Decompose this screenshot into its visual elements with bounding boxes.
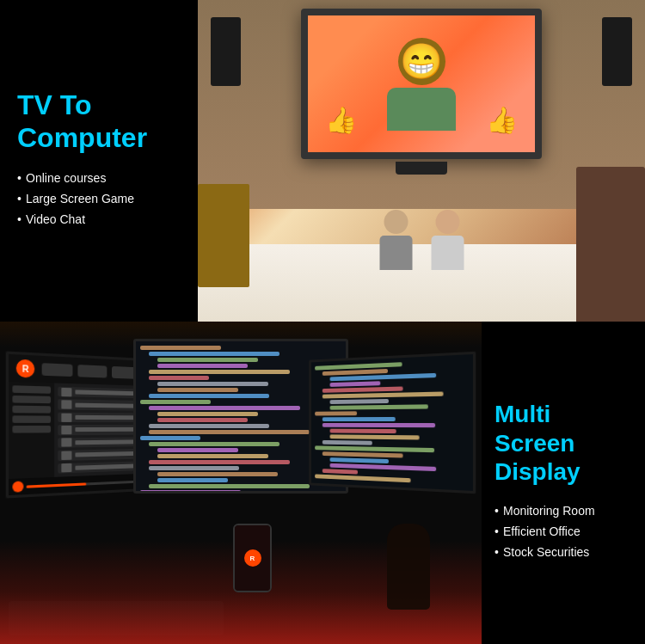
code-line-25 [140,490,241,494]
app-logo-icon: R [16,359,34,378]
code-line-12 [157,412,258,416]
thumb-5 [61,439,71,447]
rcode-line-5 [322,386,403,392]
code-line-4 [157,364,248,368]
code-line-7 [157,382,268,386]
nav-btn-2 [77,365,107,377]
code-line-22 [157,472,278,476]
code-line-10 [140,400,211,404]
child-body-2 [431,236,464,270]
speaker-right [602,17,632,86]
living-room-scene: 😁 👍 👍 [198,0,645,322]
code-line-5 [149,370,290,374]
child-body-1 [379,236,412,270]
bottom-bullet-list: Monitoring Room Efficient Office Stock S… [494,504,632,566]
phone: R [233,524,272,592]
children-area [372,210,471,279]
child-left [372,210,420,279]
person-silhouette [387,524,430,610]
speaker-left [211,17,241,86]
code-line-18 [157,448,238,452]
rcode-line-14 [322,440,372,445]
bottom-image-area: R [0,322,482,644]
main-container: TV To Computer Online courses Large Scre… [0,0,645,644]
rcode-line-1 [315,362,402,370]
tv: 😁 👍 👍 [301,9,542,159]
thumb-1 [61,388,71,397]
code-line-1 [140,346,221,350]
thumb-4 [61,426,71,434]
sidebar-block-5 [12,426,51,433]
bullet-item-2: Large Screen Game [17,192,181,205]
code-line-8 [157,388,238,392]
sidebar-block-3 [12,406,51,414]
tv-screen: 😁 👍 👍 [308,15,535,152]
nav-btn-1 [42,363,73,377]
monitor-right [309,352,476,494]
rcode-line-9 [315,411,357,415]
code-line-15 [149,430,310,434]
bottom-title: Multi Screen Display [494,400,632,487]
code-line-24 [149,484,310,488]
child-head-1 [384,210,408,234]
bottom-title-line1: Multi Screen [494,401,574,457]
code-line-3 [157,358,258,362]
sidebar-block-4 [12,415,51,423]
app-nav [42,363,140,379]
top-bullet-list: Online courses Large Screen Game Video C… [17,171,181,233]
thumbs-left-icon: 👍 [325,105,357,135]
monitor-scene: R [0,322,482,644]
thumb-2 [61,400,71,408]
code-line-6 [149,376,209,380]
rcode-line-12 [330,429,396,433]
child-head-2 [435,210,459,234]
thumbs-right-icon: 👍 [486,105,518,135]
top-section: TV To Computer Online courses Large Scre… [0,0,645,322]
top-text-panel: TV To Computer Online courses Large Scre… [0,0,198,322]
bottom-bullet-3: Stock Securities [494,545,632,559]
code-editor-right [311,354,473,490]
rcode-line-10 [322,417,396,421]
tv-stand [396,162,447,175]
top-image-area: 😁 👍 👍 [198,0,645,322]
bottom-text-panel: Multi Screen Display Monitoring Room Eff… [482,322,645,644]
title-line2: Computer [17,122,147,153]
right-furniture [576,167,645,322]
rcode-line-7 [330,399,389,404]
bullet-item-1: Online courses [17,171,181,185]
progress-fill [27,482,87,488]
rcode-line-19 [322,469,358,474]
code-line-17 [149,442,280,446]
code-line-11 [149,406,300,410]
rcode-line-20 [315,474,410,482]
code-line-9 [149,394,269,398]
code-line-2 [149,352,280,356]
code-line-19 [157,454,268,458]
code-line-20 [149,460,290,464]
code-line-21 [149,466,239,470]
code-line-14 [149,424,269,428]
sidebar-block-2 [12,396,51,403]
code-line-16 [140,436,200,440]
code-line-13 [157,418,248,422]
bottom-section: R [0,322,645,644]
rcode-line-13 [330,434,420,439]
thumb-6 [61,451,71,460]
rcode-line-4 [330,381,381,387]
bottom-title-line2: Display [494,458,580,485]
top-title: TV To Computer [17,89,181,155]
bottom-bullet-2: Efficient Office [494,524,632,538]
sidebar-block-1 [12,385,51,394]
rcode-line-6 [322,391,444,398]
player-icon [12,481,23,492]
thumb-3 [61,413,71,421]
bullet-item-3: Video Chat [17,212,181,226]
rcode-line-11 [322,423,435,427]
thumb-7 [61,463,71,473]
rcode-line-17 [330,457,389,463]
title-line1: TV To [17,89,92,120]
rcode-line-8 [330,404,428,409]
phone-app-logo: R [244,549,261,567]
bottom-bullet-1: Monitoring Room [494,504,632,518]
code-line-23 [157,478,228,482]
